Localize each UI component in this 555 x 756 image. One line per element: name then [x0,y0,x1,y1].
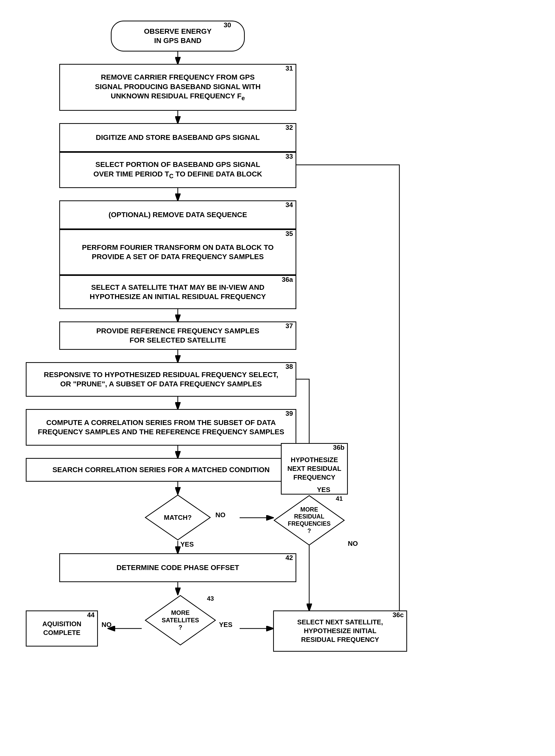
node-32-ref: 32 [286,123,293,132]
node-42-label: DETERMINE CODE PHASE OFFSET [117,563,239,572]
node-34-label: (OPTIONAL) REMOVE DATA SEQUENCE [109,210,247,219]
node-36b-ref: 36b [333,443,344,452]
node-44-label: AQUISITIONCOMPLETE [42,620,81,637]
node-36c-ref: 36c [393,611,404,620]
label-match-no: NO [215,511,225,519]
node-31-ref: 31 [286,64,293,73]
node-37: 37 PROVIDE REFERENCE FREQUENCY SAMPLESFO… [59,321,296,350]
node-40: 40 SEARCH CORRELATION SERIES FOR A MATCH… [26,458,296,482]
node-33: 33 SELECT PORTION OF BASEBAND GPS SIGNAL… [59,152,296,188]
node-36a-label: SELECT A SATELLITE THAT MAY BE IN-VIEW A… [90,283,266,302]
node-44-ref: 44 [87,611,94,620]
node-42: 42 DETERMINE CODE PHASE OFFSET [59,553,296,582]
node-34: 34 (OPTIONAL) REMOVE DATA SEQUENCE [59,201,296,229]
node-35: 35 PERFORM FOURIER TRANSFORM ON DATA BLO… [59,229,296,275]
label-41-no: NO [348,540,358,548]
label-43-yes: YES [219,621,232,629]
flowchart: 30 OBSERVE ENERGY IN GPS BAND 31 REMOVE … [0,0,555,756]
node-33-label: SELECT PORTION OF BASEBAND GPS SIGNALOVE… [93,160,262,180]
node-38: 38 RESPONSIVE TO HYPOTHESIZED RESIDUAL F… [26,362,296,397]
label-match-yes: YES [180,540,194,548]
node-36b: 36b HYPOTHESIZENEXT RESIDUALFREQUENCY [281,443,348,495]
node-32: 32 DIGITIZE AND STORE BASEBAND GPS SIGNA… [59,123,296,152]
node-34-ref: 34 [286,201,293,210]
node-33-ref: 33 [286,152,293,161]
diamond-41: MORERESIDUALFREQUENCIES? 41 [273,495,345,546]
node-35-ref: 35 [286,229,293,238]
node-42-ref: 42 [286,553,293,562]
label-43-no: NO [101,621,112,629]
node-40-label: SEARCH CORRELATION SERIES FOR A MATCHED … [52,465,269,475]
node-38-label: RESPONSIVE TO HYPOTHESIZED RESIDUAL FREQ… [44,370,278,389]
node-39: 39 COMPUTE A CORRELATION SERIES FROM THE… [26,409,296,446]
node-32-label: DIGITIZE AND STORE BASEBAND GPS SIGNAL [96,133,260,142]
node-39-label: COMPUTE A CORRELATION SERIES FROM THE SU… [38,418,284,437]
node-36b-label: HYPOTHESIZENEXT RESIDUALFREQUENCY [287,456,341,482]
node-36a: 36a SELECT A SATELLITE THAT MAY BE IN-VI… [59,275,296,309]
node-38-ref: 38 [286,362,293,371]
node-31: 31 REMOVE CARRIER FREQUENCY FROM GPSSIGN… [59,64,296,111]
diamond-41-label: MORERESIDUALFREQUENCIES? [288,506,331,534]
diamond-match: MATCH? [144,494,211,541]
node-31-label: REMOVE CARRIER FREQUENCY FROM GPSSIGNAL … [95,73,261,102]
node-44: 44 AQUISITIONCOMPLETE [26,611,98,647]
node-30-ref: 30 [224,21,231,30]
node-39-ref: 39 [286,409,293,418]
label-41-yes: YES [317,486,330,494]
node-37-label: PROVIDE REFERENCE FREQUENCY SAMPLESFOR S… [96,326,259,345]
node-37-ref: 37 [286,322,293,330]
node-30-label: OBSERVE ENERGY IN GPS BAND [144,27,212,46]
node-36c: 36c SELECT NEXT SATELLITE,HYPOTHESIZE IN… [273,611,407,652]
node-36c-label: SELECT NEXT SATELLITE,HYPOTHESIZE INITIA… [297,618,383,644]
node-36a-ref: 36a [282,275,293,284]
node-35-label: PERFORM FOURIER TRANSFORM ON DATA BLOCK … [82,243,273,262]
diamond-43: MORESATELLITES? 43 [144,594,216,646]
diamond-43-label: MORESATELLITES? [162,609,199,631]
diamond-match-label: MATCH? [164,514,192,522]
node-30: 30 OBSERVE ENERGY IN GPS BAND [111,20,245,51]
